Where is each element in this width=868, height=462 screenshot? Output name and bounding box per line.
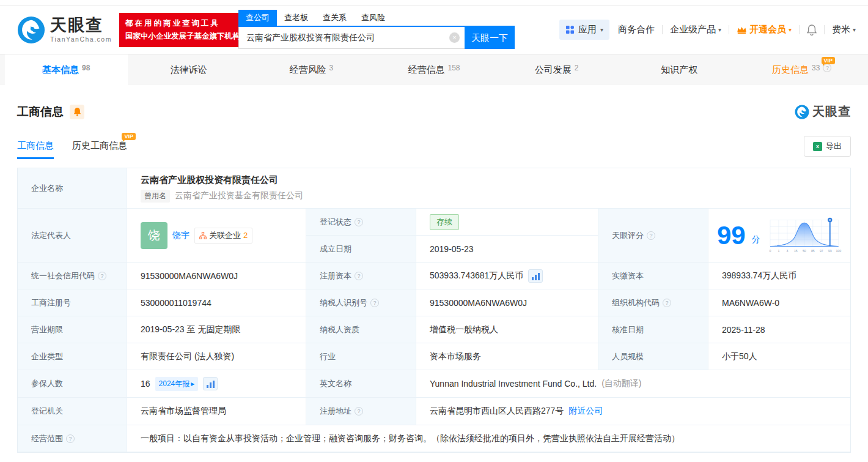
- help-icon[interactable]: ?: [647, 231, 655, 240]
- help-icon[interactable]: ?: [355, 272, 363, 280]
- value-text: 一般项目：以自有资金从事投资活动；企业管理；融资咨询服务；财务咨询。（除依法须经…: [141, 433, 680, 444]
- label-text: 登记状态: [320, 217, 351, 228]
- score-distribution-chart[interactable]: 0 1 3 15 50 85 97 99 100: [768, 211, 842, 260]
- nearby-companies-link[interactable]: 附近公司: [568, 406, 603, 417]
- header: 天眼查 TianYanCha.com 都在用的商业查询工具 国家中小企业发展子基…: [0, 6, 868, 54]
- clear-search-icon[interactable]: ×: [449, 32, 460, 43]
- crown-icon: [737, 26, 747, 34]
- search-input[interactable]: [239, 27, 465, 48]
- tab-basic-info[interactable]: 基本信息 98: [5, 54, 128, 85]
- avatar[interactable]: 饶: [141, 222, 167, 249]
- search-tab-relation[interactable]: 查关系: [315, 10, 354, 26]
- value-text: 91530000MA6NWA6W0J: [141, 271, 238, 281]
- tab-history-info[interactable]: VIP 历史信息 33 ?: [740, 54, 863, 85]
- chevron-down-icon: ▾: [789, 26, 792, 33]
- label-text: 经营范围: [31, 433, 63, 444]
- search-tabs: 查公司 查老板 查关系 查风险: [238, 10, 515, 27]
- nav-enterprise-products[interactable]: 企业级产品 ▾: [670, 24, 721, 35]
- business-scope-cell: 一般项目：以自有资金从事投资活动；企业管理；融资咨询服务；财务咨询。（除依法须经…: [127, 425, 850, 452]
- svg-text:85: 85: [811, 249, 815, 253]
- label-text: 企业类型: [31, 351, 63, 362]
- tab-count: 2: [575, 64, 579, 72]
- user-menu[interactable]: 费米 ▾: [832, 24, 856, 35]
- label-text: 英文名称: [320, 378, 351, 389]
- export-label: 导出: [826, 141, 842, 152]
- label-text: 纳税人识别号: [320, 297, 367, 308]
- tab-intellectual-property[interactable]: 知识产权: [618, 54, 741, 85]
- bell-icon: [73, 107, 81, 116]
- field-label: 天眼评分 ?: [598, 209, 708, 263]
- field-label: 工商注册号: [18, 289, 127, 316]
- related-companies-badge[interactable]: 关联企业 2: [194, 228, 252, 244]
- nav-open-vip[interactable]: 开通会员 ▾: [737, 24, 792, 35]
- svg-text:99: 99: [828, 249, 832, 253]
- banner-line2: 国家中小企业发展子基金旗下机构: [125, 30, 240, 43]
- search-tab-risk[interactable]: 查风险: [354, 10, 392, 26]
- search-input-wrap: ×: [238, 27, 465, 49]
- help-icon[interactable]: ?: [98, 272, 106, 280]
- field-label: 登记机关: [18, 398, 127, 425]
- help-icon[interactable]: ?: [663, 299, 671, 307]
- banner-line1: 都在用的商业查询工具: [125, 17, 240, 30]
- logo-swirl-icon: [17, 16, 45, 44]
- chevron-down-icon: ▾: [853, 26, 856, 33]
- annual-report-badge[interactable]: 2024年报 ▸: [155, 377, 199, 391]
- capital-trend-icon[interactable]: [528, 269, 543, 283]
- score-value: 99: [717, 223, 746, 248]
- reg-status-cell: 存续: [416, 209, 598, 236]
- tab-company-development[interactable]: 公司发展 2: [495, 54, 618, 85]
- chevron-down-icon: ▾: [600, 26, 603, 33]
- legal-rep-link[interactable]: 饶宇: [172, 230, 189, 241]
- label-text: 登记机关: [31, 406, 63, 417]
- reg-capital-cell: 503933.743681万人民币: [416, 263, 598, 289]
- help-icon[interactable]: ?: [66, 434, 75, 443]
- tab-legal-proceedings[interactable]: 法律诉讼: [128, 54, 251, 85]
- excel-icon: x: [813, 142, 822, 151]
- help-icon[interactable]: ?: [370, 299, 379, 307]
- tab-count: 33: [812, 64, 820, 72]
- org-code-cell: MA6NWA6W-0: [708, 289, 850, 316]
- tab-label: 经营风险: [290, 64, 326, 76]
- field-label: 人员规模: [598, 343, 708, 370]
- notification-bell[interactable]: [807, 24, 817, 35]
- search-tab-boss[interactable]: 查老板: [277, 10, 315, 26]
- label-text: 组织机构代码: [612, 297, 660, 308]
- status-badge: 存续: [430, 214, 459, 230]
- subtab-history-business-info[interactable]: VIP 历史工商信息: [72, 140, 127, 159]
- value-text: 云南省昆明市西山区人民西路277号: [430, 406, 564, 417]
- tab-operating-risk[interactable]: 经营风险 3: [250, 54, 373, 85]
- field-label: 实缴资本: [598, 263, 708, 289]
- nav-business-cooperation[interactable]: 商务合作: [618, 24, 655, 35]
- vip-badge: VIP: [122, 133, 136, 140]
- tianyancha-logo[interactable]: 天眼查 TianYanCha.com: [17, 16, 112, 44]
- former-name-badge: 曾用名: [141, 190, 170, 203]
- insured-trend-icon[interactable]: [203, 377, 218, 390]
- divider: [729, 25, 729, 34]
- open-vip-label: 开通会员: [749, 24, 786, 35]
- vip-badge: VIP: [822, 57, 836, 64]
- help-icon[interactable]: ?: [355, 407, 363, 415]
- reg-number-cell: 530000011019744: [127, 289, 306, 316]
- value-text: MA6NWA6W-0: [722, 298, 779, 308]
- apps-menu[interactable]: 应用 ▾: [559, 20, 609, 40]
- brand-domain: TianYanCha.com: [50, 36, 112, 43]
- field-label: 纳税人资质: [306, 316, 416, 343]
- label-text: 实缴资本: [612, 270, 644, 281]
- export-button[interactable]: x 导出: [804, 136, 851, 157]
- legal-rep-cell: 饶 饶宇 关联企业 2: [127, 209, 306, 263]
- label-text: 参保人数: [31, 378, 63, 389]
- help-icon[interactable]: ?: [355, 218, 363, 226]
- value-text: 云南省市场监督管理局: [141, 406, 226, 417]
- value-text: 530000011019744: [141, 298, 211, 308]
- field-label: 法定代表人: [18, 209, 127, 263]
- search-button[interactable]: 天眼一下: [465, 27, 515, 49]
- apps-label: 应用: [578, 24, 597, 35]
- tab-operating-info[interactable]: 经营信息 158: [373, 54, 496, 85]
- field-label: 核准日期: [598, 316, 708, 343]
- search-area: 查公司 查老板 查关系 查风险 × 天眼一下: [238, 10, 515, 49]
- subscribe-bell-button[interactable]: [70, 105, 84, 119]
- subtab-business-info[interactable]: 工商信息: [17, 140, 54, 159]
- search-tab-company[interactable]: 查公司: [238, 10, 277, 26]
- logo-swirl-icon: [795, 105, 809, 119]
- value-text: 503933.743681万人民币: [430, 270, 523, 281]
